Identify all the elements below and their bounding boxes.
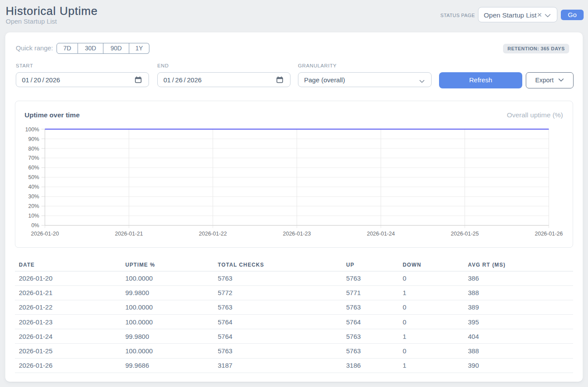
svg-text:90%: 90% bbox=[28, 136, 39, 142]
svg-text:70%: 70% bbox=[28, 155, 39, 161]
svg-text:80%: 80% bbox=[28, 146, 39, 152]
svg-text:40%: 40% bbox=[28, 184, 39, 190]
svg-text:2026-01-25: 2026-01-25 bbox=[451, 231, 479, 237]
svg-text:100%: 100% bbox=[25, 127, 39, 133]
svg-text:2026-01-24: 2026-01-24 bbox=[367, 231, 395, 237]
svg-text:30%: 30% bbox=[28, 194, 39, 200]
svg-text:2026-01-23: 2026-01-23 bbox=[283, 231, 311, 237]
svg-text:2026-01-20: 2026-01-20 bbox=[31, 231, 59, 237]
svg-text:2026-01-21: 2026-01-21 bbox=[115, 231, 143, 237]
svg-text:0%: 0% bbox=[31, 222, 39, 229]
svg-text:50%: 50% bbox=[28, 174, 39, 180]
svg-text:2026-01-22: 2026-01-22 bbox=[199, 231, 227, 237]
svg-text:60%: 60% bbox=[28, 165, 39, 171]
svg-text:2026-01-26: 2026-01-26 bbox=[535, 231, 563, 237]
svg-text:20%: 20% bbox=[28, 203, 39, 209]
svg-text:10%: 10% bbox=[28, 213, 39, 219]
